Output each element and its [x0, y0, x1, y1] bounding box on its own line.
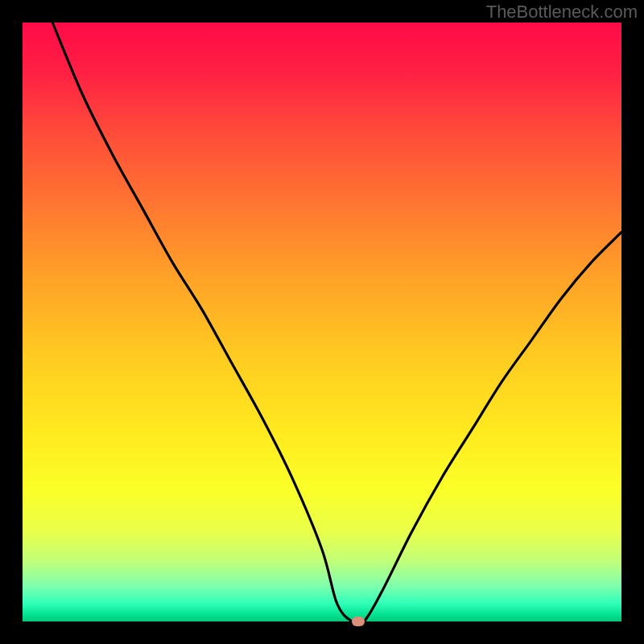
optimal-point-marker: [352, 617, 365, 626]
plot-area: [23, 23, 621, 621]
attribution-text: TheBottleneck.com: [486, 2, 638, 23]
bottleneck-curve: [52, 23, 621, 625]
curve-svg: [23, 23, 621, 621]
chart-container: TheBottleneck.com: [0, 0, 644, 644]
